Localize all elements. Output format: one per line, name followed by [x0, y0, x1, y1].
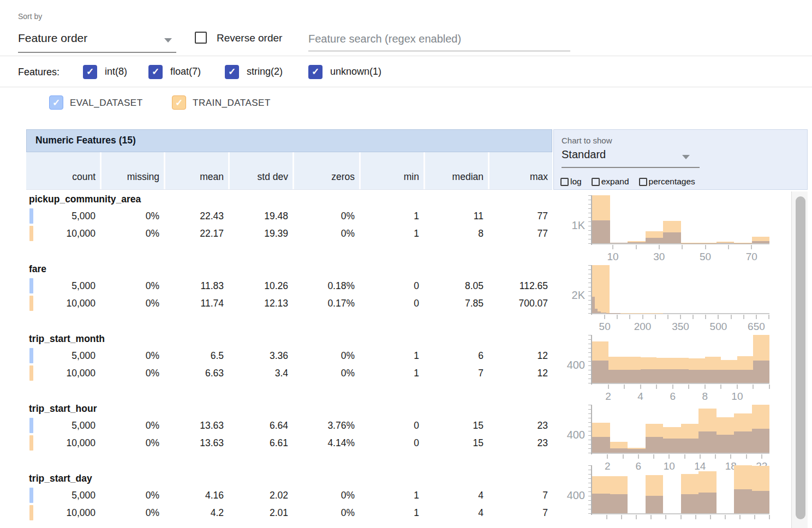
train-dataset-checkbox[interactable]: ✓ — [172, 95, 186, 110]
x-axis-tick — [761, 454, 762, 459]
eval-histogram-bar — [698, 431, 717, 453]
column-header-missing: missing — [100, 152, 164, 189]
stat-value: 15 — [423, 434, 488, 452]
stat-value: 0 — [359, 295, 423, 312]
stat-value: 3.76% — [292, 417, 359, 434]
x-axis-tick — [617, 315, 618, 319]
x-axis-tick — [621, 515, 622, 519]
stat-value: 1 — [359, 207, 423, 225]
stat-value: 0% — [100, 417, 164, 434]
column-header-min: min — [359, 152, 423, 189]
reverse-order-label: Reverse order — [217, 32, 282, 44]
feature-type-checkbox-int[interactable]: ✓ — [83, 65, 97, 79]
charts-column: 1K103050702K5020035050065040024681040026… — [553, 190, 791, 528]
feature-name: pickup_community_area — [26, 190, 552, 207]
x-axis-tick — [672, 385, 673, 389]
stat-value: 2.02 — [228, 487, 292, 504]
expand-checkbox[interactable] — [592, 178, 600, 186]
stat-value: 0 — [359, 277, 423, 295]
eval-dataset-checkbox[interactable]: ✓ — [49, 95, 63, 110]
stat-value: 11.83 — [164, 277, 228, 295]
stat-value: 0% — [292, 207, 359, 225]
sort-by-select[interactable]: Feature order — [18, 26, 176, 53]
feature-rows: pickup_community_area5,0000%22.4319.480%… — [26, 190, 552, 528]
x-axis-tick — [667, 315, 668, 319]
feature-name: trip_start_day — [26, 469, 552, 487]
feature-type-label-int: int(8) — [105, 66, 127, 77]
eval-histogram-bar — [752, 241, 770, 243]
y-axis-label: 400 — [553, 359, 585, 371]
x-axis-tick — [688, 385, 689, 389]
scrollbar-thumb[interactable] — [796, 196, 805, 519]
x-axis-tick — [705, 245, 706, 249]
feature-block: pickup_community_area5,0000%22.4319.480%… — [26, 190, 552, 260]
stat-value: 0% — [292, 225, 359, 242]
stat-value: 19.39 — [228, 225, 292, 242]
eval-histogram-bar — [663, 439, 681, 453]
x-axis-tick — [756, 315, 757, 319]
train-dataset-label: TRAIN_DATASET — [193, 98, 271, 109]
stat-value: 1 — [359, 364, 423, 382]
x-axis-tick — [754, 515, 755, 519]
x-axis-tick — [728, 245, 729, 249]
y-axis-label: 1K — [553, 219, 585, 232]
stat-value: 1 — [359, 347, 423, 364]
eval-histogram-bar — [734, 489, 752, 513]
stat-value: 7 — [423, 364, 488, 382]
x-axis-tick — [668, 454, 670, 459]
x-axis-tick — [718, 315, 719, 319]
feature-type-checkbox-unknown[interactable]: ✓ — [308, 65, 323, 79]
feature-type-checkbox-string[interactable]: ✓ — [225, 65, 239, 79]
reverse-order-checkbox[interactable] — [195, 32, 207, 44]
x-axis-tick — [731, 315, 732, 319]
x-axis-tick — [636, 245, 637, 249]
eval-histogram-bar — [663, 232, 681, 243]
stat-value: 10,000 — [26, 225, 100, 242]
x-axis-tick — [710, 515, 711, 519]
column-header-max: max — [488, 152, 552, 189]
x-axis-ticks: 50200350500650 — [592, 315, 769, 329]
y-axis-ruler — [588, 405, 592, 454]
percentages-checkbox[interactable] — [639, 178, 647, 186]
x-axis-tick — [737, 385, 738, 389]
stat-value: 77 — [488, 207, 552, 225]
x-axis-tick — [642, 315, 643, 319]
x-axis-tick — [665, 515, 666, 519]
stat-value: 4 — [423, 487, 488, 504]
feature-search-input[interactable] — [308, 27, 570, 51]
stat-value: 0% — [100, 295, 164, 312]
x-axis-tick — [606, 515, 607, 519]
chevron-down-icon — [164, 38, 172, 43]
stat-value: 6.64 — [228, 417, 292, 434]
eval-histogram-bar — [592, 437, 610, 453]
histogram-plot — [592, 195, 769, 244]
x-axis-tick — [704, 385, 706, 389]
chart-type-select[interactable]: Standard — [562, 147, 700, 168]
y-axis-ruler — [588, 465, 592, 515]
feature-type-checkbox-float[interactable]: ✓ — [148, 65, 163, 79]
eval-histogram-bar — [721, 370, 737, 383]
eval-histogram-bar — [624, 370, 641, 383]
stat-value: 4 — [423, 504, 488, 521]
eval-color-chip — [29, 278, 33, 293]
log-checkbox[interactable] — [560, 178, 569, 186]
chart-option-log: log — [560, 177, 582, 187]
vertical-scrollbar[interactable] — [791, 191, 808, 528]
chart-option-percentages: percentages — [639, 177, 695, 187]
stat-value: 5,000 — [26, 277, 100, 295]
stat-value: 0% — [100, 207, 164, 225]
eval-color-chip — [29, 488, 33, 503]
stat-value: 5,000 — [26, 417, 100, 434]
stat-value: 0% — [100, 434, 164, 452]
eval-histogram-bar — [608, 370, 625, 383]
stat-value: 10,000 — [26, 504, 100, 521]
stat-value: 22.43 — [164, 207, 228, 225]
x-axis-tick — [684, 454, 685, 459]
eval-stats-row: 5,0000%22.4319.480%11177 — [26, 207, 552, 225]
x-axis-tick — [680, 315, 681, 319]
x-axis-ticks: 246810 — [592, 385, 769, 399]
eval-histogram-bar — [698, 493, 717, 513]
train-stats-row: 10,0000%6.633.40%1712 — [26, 364, 552, 382]
train-stats-row: 10,0000%13.636.614.14%01523 — [26, 434, 552, 452]
x-axis-tick — [608, 385, 609, 389]
